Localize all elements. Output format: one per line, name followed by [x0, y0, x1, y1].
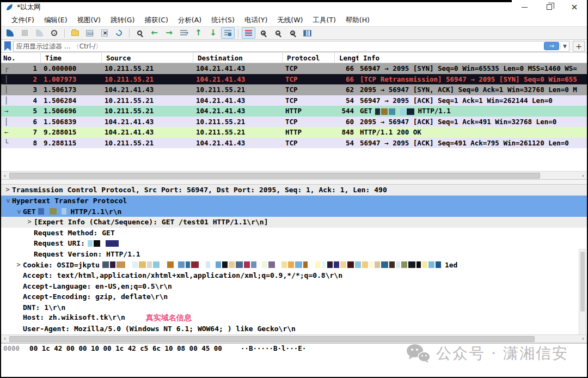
auto-scroll-icon — [224, 30, 231, 36]
packet-row[interactable]: │6 1.506839 104.21.41.43 10.211.55.21 TC… — [1, 117, 587, 127]
scrollbar-thumb[interactable] — [580, 252, 585, 312]
redacted-blocks — [375, 108, 415, 115]
zoom-in-icon: + — [261, 31, 266, 35]
host-value-underlined: Host: zh.wikisoft.tk\r\n — [23, 313, 125, 324]
packet-list-header: No. Time Source Destination Protocol Len… — [1, 53, 587, 63]
scrollbar-thumb[interactable] — [9, 336, 535, 342]
packet-list-hscrollbar[interactable]: ‹ › — [1, 171, 587, 180]
related-packet-mark: │ — [4, 84, 9, 95]
save-file-button[interactable] — [83, 27, 96, 39]
expand-icon[interactable]: > — [25, 217, 34, 228]
col-length[interactable]: Length — [334, 53, 358, 63]
detail-row-request-method[interactable]: Request Method: GET — [1, 228, 587, 239]
menu-edit[interactable]: 编辑(E) — [39, 15, 72, 26]
zoom-in-button[interactable]: + — [256, 27, 270, 39]
scroll-left-icon[interactable]: ‹ — [1, 335, 9, 343]
packet-row[interactable]: │2 1.007973 10.211.55.21 104.21.41.43 TC… — [1, 74, 587, 85]
zoom-out-button[interactable]: − — [271, 27, 285, 39]
collapse-icon[interactable]: > — [13, 207, 24, 216]
related-packet-mark: └ — [4, 138, 9, 149]
menu-tools[interactable]: 工具(T) — [308, 15, 340, 26]
col-source[interactable]: Source — [101, 53, 193, 63]
col-destination[interactable]: Destination — [193, 53, 282, 63]
colorize-button[interactable] — [242, 27, 255, 39]
close-button[interactable]: × — [562, 0, 587, 14]
apply-filter-button[interactable]: → — [544, 42, 559, 50]
auto-scroll-button[interactable] — [221, 27, 235, 39]
menu-view[interactable]: 视图(V) — [72, 15, 106, 26]
detail-row-user-agent[interactable]: User-Agent: Mozilla/5.0 (Windows NT 6.1;… — [1, 324, 587, 334]
collapse-icon[interactable]: > — [2, 197, 13, 205]
redacted-blocks — [102, 261, 442, 268]
bookmark-icon[interactable] — [4, 41, 11, 51]
detail-row-get[interactable]: > GET HTTP/1.1\r\n — [1, 206, 587, 217]
packet-row[interactable]: │3 1.506173 104.21.41.43 10.211.55.21 TC… — [1, 84, 587, 95]
packet-row[interactable]: └8 9.288115 10.211.55.21 104.21.41.43 TC… — [1, 138, 587, 149]
scroll-right-icon[interactable]: › — [579, 335, 587, 343]
stop-capture-button[interactable] — [18, 27, 32, 39]
detail-row-expert-info[interactable]: > [Expert Info (Chat/Sequence): GET /tes… — [1, 217, 587, 228]
zoom-reset-button[interactable]: = — [286, 27, 299, 39]
menu-capture[interactable]: 捕获(C) — [139, 15, 173, 26]
col-info[interactable]: Info — [358, 53, 587, 63]
detail-row-http[interactable]: > Hypertext Transfer Protocol — [1, 196, 587, 206]
packet-row[interactable]: ┌1 0.000000 10.211.55.21 104.21.41.43 TC… — [1, 63, 587, 74]
minimize-button[interactable] — [512, 0, 537, 14]
go-to-bottom-button[interactable]: ↓ — [206, 27, 220, 39]
capture-options-button[interactable] — [47, 27, 61, 39]
packet-list-empty-area — [1, 148, 587, 171]
packet-row-selected[interactable]: →5 1.506696 10.211.55.21 104.21.41.43 HT… — [1, 106, 587, 117]
menu-wireless[interactable]: 无线(W) — [272, 15, 308, 26]
close-file-button[interactable] — [97, 27, 111, 39]
detail-row-request-version[interactable]: Request Version: HTTP/1.1 — [1, 249, 587, 260]
go-to-packet-button[interactable] — [177, 27, 191, 39]
restore-button[interactable] — [537, 0, 562, 14]
go-to-top-button[interactable]: ↑ — [192, 27, 205, 39]
col-time[interactable]: Time — [40, 53, 101, 63]
detail-row-accept-language[interactable]: Accept-Language: en-US,en;q=0.5\r\n — [1, 281, 587, 292]
details-hscrollbar[interactable]: ‹ › — [1, 334, 587, 343]
go-forward-button[interactable]: → — [162, 27, 176, 39]
col-protocol[interactable]: Protocol — [282, 53, 334, 63]
detail-row-host[interactable]: Host: zh.wikisoft.tk\r\n 真实域名信息 — [1, 313, 587, 324]
start-capture-button[interactable] — [3, 27, 17, 39]
menu-file[interactable]: 文件(F) — [7, 15, 39, 26]
hex-dump-pane[interactable]: 000000 1c 42 00 00 10 00 1c 42 c5 6c 10 … — [1, 343, 587, 377]
minimize-icon — [522, 7, 528, 8]
filter-dropdown-caret[interactable]: ▼ — [560, 44, 569, 49]
go-back-button[interactable]: ← — [148, 27, 161, 39]
detail-row-cookie[interactable]: > Cookie: OSID=jkptu 1ed — [1, 260, 587, 271]
detail-row-accept-encoding[interactable]: Accept-Encoding: gzip, deflate\r\n — [1, 291, 587, 302]
expand-icon[interactable]: > — [14, 260, 23, 271]
menu-go[interactable]: 跳转(G) — [106, 15, 139, 26]
menu-statistics[interactable]: 统计(S) — [206, 15, 240, 26]
scrollbar-thumb[interactable] — [9, 173, 540, 179]
scroll-left-icon[interactable]: ‹ — [1, 172, 9, 179]
resize-columns-button[interactable] — [301, 27, 314, 39]
toolbar-separator — [238, 29, 238, 38]
expand-icon[interactable]: > — [3, 185, 12, 196]
find-packet-button[interactable] — [133, 27, 146, 39]
packet-row[interactable]: │4 1.506284 10.211.55.21 104.21.41.43 TC… — [1, 95, 587, 106]
menu-telephony[interactable]: 电话(Y) — [240, 15, 272, 26]
start-capture-icon — [7, 29, 14, 36]
scroll-right-icon[interactable]: › — [579, 172, 587, 179]
hex-bytes: 00 1c 42 00 00 10 00 1c 42 c5 6c 10 08 0… — [29, 344, 222, 352]
pane-splitter[interactable] — [1, 180, 587, 185]
related-packet-mark: ┌ — [4, 63, 9, 74]
detail-row-dnt[interactable]: DNT: 1\r\n — [1, 302, 587, 313]
open-file-icon — [71, 31, 79, 36]
open-file-button[interactable] — [68, 27, 82, 39]
restart-capture-button[interactable] — [33, 27, 46, 39]
detail-row-tcp[interactable]: > Transmission Control Protocol, Src Por… — [1, 185, 587, 196]
detail-row-request-uri[interactable]: Request URI: — [1, 238, 587, 249]
details-vscrollbar[interactable]: ˅ — [579, 249, 586, 343]
menu-help[interactable]: 帮助(H) — [341, 15, 375, 26]
detail-row-accept[interactable]: Accept: text/html,application/xhtml+xml,… — [1, 270, 587, 281]
col-no[interactable]: No. — [1, 53, 40, 63]
display-filter-input[interactable] — [16, 42, 544, 50]
reload-file-button[interactable] — [112, 27, 126, 39]
add-filter-button[interactable]: + — [573, 41, 585, 52]
packet-row[interactable]: ←7 9.288015 104.21.41.43 10.211.55.21 HT… — [1, 127, 587, 138]
menu-analyze[interactable]: 分析(A) — [173, 15, 206, 26]
